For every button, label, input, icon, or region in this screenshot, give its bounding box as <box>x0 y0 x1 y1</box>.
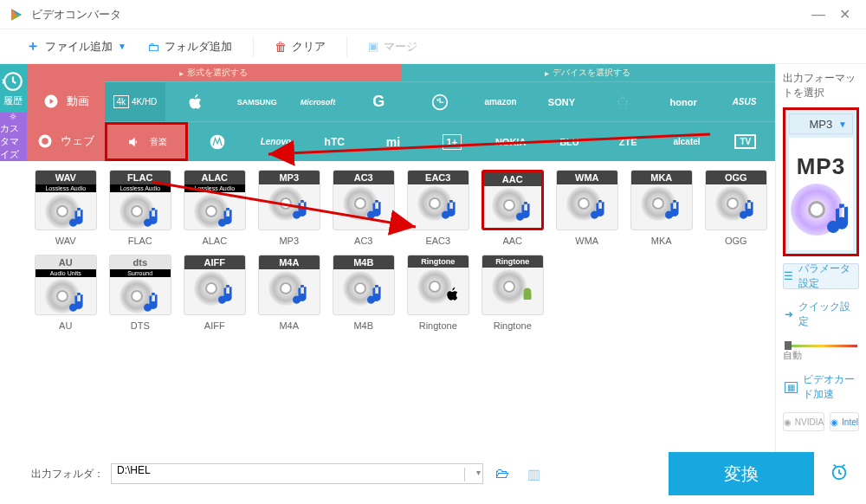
output-format-select[interactable]: MP3 <box>789 113 853 134</box>
add-file-button[interactable]: ＋ ファイル追加 ▼ <box>26 37 126 55</box>
trash-icon: 🗑 <box>275 40 287 54</box>
tab-format[interactable]: ▸ 形式を選択する <box>27 64 401 81</box>
category-web[interactable]: ウェブ <box>27 121 105 161</box>
huawei-icon <box>614 94 631 111</box>
options-button[interactable]: ▥ <box>521 462 546 486</box>
brand-samsung[interactable]: SAMSUNG <box>226 98 287 107</box>
history-label: 履歴 <box>3 94 23 107</box>
slider-auto-label: 自動 <box>783 349 859 362</box>
brand-alcatel[interactable]: alcatel <box>657 137 716 146</box>
chip-icon: ▦ <box>785 382 798 393</box>
brand-motorola[interactable] <box>188 133 247 151</box>
motorola-icon <box>209 133 226 151</box>
chevron-down-icon: ▾ <box>476 468 481 477</box>
brand-zte[interactable]: ZTE <box>598 137 657 147</box>
customize-label: カスタマイズ <box>0 122 27 161</box>
tab-device[interactable]: ▸ デバイスを選択する <box>401 64 775 81</box>
brand-apple[interactable] <box>165 94 226 111</box>
add-file-label: ファイル追加 <box>45 39 113 55</box>
format-m4a[interactable]: M4AM4A <box>255 255 323 331</box>
format-label: M4A <box>279 320 299 331</box>
brand-htc[interactable]: hTC <box>305 136 364 148</box>
format-aiff[interactable]: AIFFAIFF <box>181 255 249 331</box>
brand-tv[interactable]: TV <box>716 134 775 149</box>
quality-slider[interactable]: 自動 <box>783 339 859 362</box>
play-icon <box>42 93 60 110</box>
format-wma[interactable]: WMAWMA <box>553 170 621 246</box>
format-ogg[interactable]: OGGOGG <box>702 170 770 246</box>
alarm-button[interactable] <box>830 462 849 485</box>
output-format-code: MP3 <box>797 153 845 180</box>
format-ringtone[interactable]: RingtoneRingtone <box>479 255 546 331</box>
format-label: AAC <box>502 236 522 246</box>
close-button[interactable]: ✕ <box>831 6 857 23</box>
brand-row-2: 音楽 Lenovo hTC mi 1+ NOKIA BLU ZTE alcate… <box>105 121 775 161</box>
folder-open-icon: 🗁 <box>495 466 509 481</box>
add-folder-label: フォルダ追加 <box>165 39 232 55</box>
format-mp3[interactable]: MP3MP3 <box>255 170 323 246</box>
format-aac[interactable]: AACAAC <box>479 170 546 246</box>
brand-huawei[interactable] <box>592 94 653 111</box>
add-folder-button[interactable]: 🗀 フォルダ追加 <box>147 39 232 55</box>
gpu-badges: ◉ NVIDIA ◉ Intel <box>783 412 859 431</box>
brand-amazon[interactable]: amazon <box>470 97 531 107</box>
format-mka[interactable]: MKAMKA <box>628 170 695 246</box>
quick-settings-link[interactable]: ➜ クイック設定 <box>783 296 859 333</box>
brand-sony[interactable]: SONY <box>531 97 591 107</box>
output-folder-input[interactable]: D:\HEL ▾ <box>111 463 483 484</box>
gear-icon <box>2 113 24 120</box>
svg-point-4 <box>42 138 49 145</box>
brand-oneplus[interactable]: 1+ <box>423 134 481 150</box>
customize-button[interactable]: カスタマイズ <box>0 113 27 161</box>
brand-lenovo[interactable]: Lenovo <box>247 137 306 146</box>
category-music[interactable]: 音楽 <box>105 122 188 161</box>
category-video[interactable]: 動画 <box>27 81 105 121</box>
format-label: EAC3 <box>425 236 450 246</box>
format-row-2: AUAudio UnitsAUdtsSurroundDTSAIFFAIFFM4A… <box>32 255 770 331</box>
right-panel: 出力フォーマットを選択 MP3 MP3 ☰ パラメータ設定 ➜ クイック設定 自… <box>775 64 866 452</box>
nvidia-badge: ◉ NVIDIA <box>783 412 824 431</box>
clear-button[interactable]: 🗑 クリア <box>275 39 326 55</box>
brand-asus[interactable]: ASUS <box>714 97 774 107</box>
open-folder-button[interactable]: 🗁 <box>490 462 514 486</box>
brand-honor[interactable]: honor <box>653 97 714 107</box>
convert-button[interactable]: 変換 <box>669 452 814 495</box>
format-label: DTS <box>131 320 150 331</box>
sliders-icon: ☰ <box>784 270 793 282</box>
format-wav[interactable]: WAVLossless AudioWAV <box>32 170 100 246</box>
brand-google[interactable]: G <box>348 93 409 111</box>
format-m4b[interactable]: M4BM4B <box>330 255 397 331</box>
format-label: OGG <box>725 236 747 246</box>
gpu-acceleration-link[interactable]: ▦ ビデオカード加速 <box>783 369 859 405</box>
list-icon: ▥ <box>527 466 540 482</box>
format-label: AIFF <box>204 320 225 331</box>
format-grid: WAVLossless AudioWAVFLACLossless AudioFL… <box>27 161 775 348</box>
merge-button[interactable]: ▣ マージ <box>368 39 417 55</box>
svg-rect-8 <box>523 292 531 300</box>
brand-microsoft[interactable]: Microsoft <box>288 98 348 107</box>
chevron-down-icon: ▼ <box>118 42 126 51</box>
format-ac3[interactable]: AC3AC3 <box>330 170 397 246</box>
output-preview: MP3 MP3 <box>783 107 859 256</box>
tabs-header: ▸ 形式を選択する ▸ デバイスを選択する <box>27 64 775 81</box>
brand-nokia[interactable]: NOKIA <box>481 137 540 147</box>
music-note-icon <box>827 201 856 239</box>
category-4k[interactable]: 4k 4K/HD <box>105 82 165 121</box>
format-label: AU <box>59 320 72 331</box>
format-label: MP3 <box>279 236 299 246</box>
format-row-1: WAVLossless AudioWAVFLACLossless AudioFL… <box>32 170 770 246</box>
format-dts[interactable]: dtsSurroundDTS <box>107 255 174 331</box>
format-ringtone[interactable]: RingtoneRingtone <box>404 255 472 331</box>
brand-xiaomi[interactable]: mi <box>364 135 423 149</box>
format-alac[interactable]: ALACLossless AudioALAC <box>181 170 249 246</box>
arrow-icon: ➜ <box>785 308 793 320</box>
minimize-button[interactable]: — <box>805 6 831 23</box>
history-button[interactable]: 履歴 <box>0 64 27 113</box>
format-eac3[interactable]: EAC3EAC3 <box>404 170 472 246</box>
brand-lg[interactable] <box>410 94 470 111</box>
main-area: 履歴 カスタマイズ ▸ 形式を選択する ▸ デバイスを選択する 動画 ウェブ <box>0 64 866 452</box>
brand-blu[interactable]: BLU <box>540 137 599 147</box>
parameter-settings-button[interactable]: ☰ パラメータ設定 <box>783 263 859 289</box>
format-au[interactable]: AUAudio UnitsAU <box>32 255 100 331</box>
format-flac[interactable]: FLACLossless AudioFLAC <box>107 170 174 246</box>
